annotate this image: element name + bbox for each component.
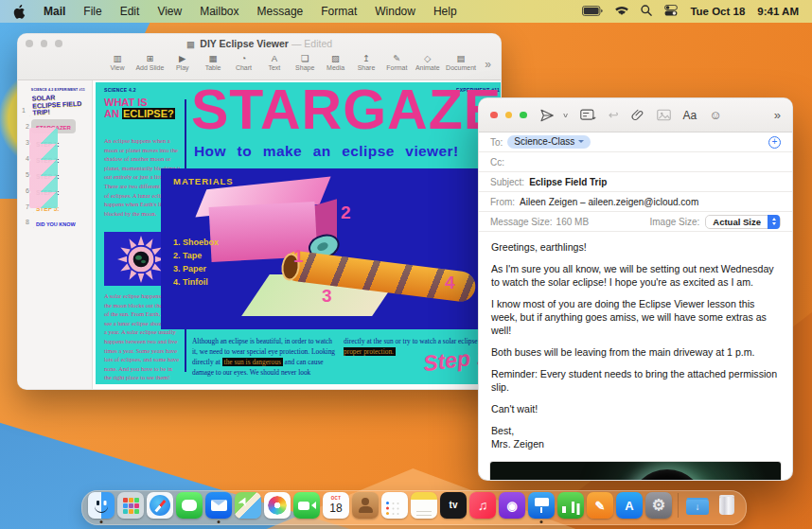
dock-app-icon[interactable] — [205, 492, 232, 519]
minimize-button[interactable] — [505, 112, 513, 119]
wifi-icon[interactable] — [615, 6, 628, 18]
eclipse-photo-attachment[interactable] — [490, 462, 781, 481]
dock-item[interactable]: ♫ — [468, 491, 497, 520]
dock-app-icon[interactable] — [411, 492, 437, 519]
dock-item[interactable] — [175, 491, 203, 520]
subject-field[interactable]: Subject: Eclipse Field Trip — [479, 172, 792, 192]
slide-canvas[interactable]: SCIENCE 4.2 EXPERIMENT #11 WHAT IS AN EC… — [93, 80, 501, 390]
to-field[interactable]: To: Science-Class + — [479, 132, 792, 152]
dock-item[interactable] — [556, 491, 585, 520]
close-button[interactable] — [490, 112, 498, 119]
spotlight-search-icon[interactable] — [641, 5, 652, 18]
toolbar-overflow-icon[interactable]: » — [774, 108, 781, 122]
dock-item[interactable] — [116, 491, 145, 520]
toolbar-button[interactable]: ▤ Document — [446, 54, 476, 71]
dock-item[interactable]: ✎ — [586, 491, 614, 520]
toolbar-button[interactable]: ▥ View — [105, 54, 130, 71]
dock-item[interactable] — [263, 491, 291, 520]
dock-app-icon[interactable]: tv — [440, 492, 467, 519]
header-fields-icon[interactable] — [580, 109, 596, 121]
dock-app-icon[interactable] — [117, 492, 144, 519]
dock-app-icon[interactable]: OCT 18 — [323, 492, 349, 519]
dock-item[interactable] — [527, 491, 556, 520]
apple-menu-icon[interactable] — [13, 5, 26, 19]
cc-field[interactable]: Cc: — [479, 152, 792, 172]
dock-app-icon[interactable]: A — [616, 492, 643, 519]
dock-item[interactable]: tv — [439, 491, 468, 520]
dock-item[interactable] — [674, 491, 682, 520]
reply-icon[interactable]: ↩ — [609, 108, 619, 122]
dock-item[interactable] — [146, 491, 174, 520]
from-field[interactable]: From: Aileen Zeigen – aileen.zeigen@iclo… — [479, 192, 792, 212]
dock-item[interactable] — [351, 491, 380, 520]
send-icon[interactable] — [539, 108, 555, 123]
zoom-button[interactable] — [520, 112, 527, 119]
menu-item[interactable]: Message — [257, 5, 304, 18]
dock-item[interactable] — [204, 491, 233, 520]
dock-item[interactable] — [410, 491, 438, 520]
dock-item[interactable]: A — [615, 491, 644, 520]
dock-app-icon[interactable] — [88, 492, 115, 519]
menu-item[interactable]: View — [157, 5, 182, 18]
text-format-icon[interactable]: Aa — [683, 109, 697, 122]
dock-item[interactable]: ↓ — [683, 491, 712, 520]
toolbar-overflow-icon[interactable]: » — [485, 54, 491, 71]
dock-item[interactable] — [292, 491, 321, 520]
send-options-chevron-icon[interactable]: ∨ — [561, 112, 568, 119]
image-size-select[interactable]: Actual Size — [705, 215, 781, 229]
dock-app-icon[interactable]: ✎ — [587, 492, 613, 519]
dock-app-icon[interactable]: ◉ — [499, 492, 525, 519]
menu-item[interactable]: Window — [375, 5, 415, 18]
slide-thumbnail[interactable]: DID YOU KNOW — [31, 216, 80, 229]
to-recipient-token[interactable]: Science-Class — [507, 135, 591, 149]
dock-app-icon[interactable] — [147, 492, 173, 519]
window-controls[interactable] — [490, 112, 527, 119]
toolbar-button[interactable]: ◇ Animate — [415, 54, 440, 71]
toolbar-button[interactable]: ▨ Media — [324, 54, 348, 71]
toolbar-button[interactable]: ✎ Format — [384, 54, 409, 71]
dock-app-icon[interactable]: ♫ — [469, 492, 496, 519]
dock-item[interactable]: ◉ — [498, 491, 526, 520]
attach-icon[interactable] — [631, 108, 644, 122]
slide-thumbnail[interactable]: SCIENCE 4.2 EXPERIMENT #11 SOLAR ECLIPSE… — [27, 84, 89, 117]
dock-app-icon[interactable] — [176, 492, 203, 519]
dock-item[interactable] — [87, 491, 115, 520]
dock-app-icon[interactable] — [264, 492, 291, 519]
dock-app-icon[interactable]: ↓ — [684, 492, 711, 519]
toolbar-button[interactable]: ⊞ Add Slide — [135, 54, 164, 71]
toolbar-button[interactable]: A Text — [262, 54, 287, 71]
menu-item[interactable]: Format — [321, 5, 357, 18]
stepper-icon[interactable] — [768, 215, 780, 229]
dock-app-icon[interactable] — [352, 492, 379, 519]
menubar-time[interactable]: 9:41 AM — [757, 6, 799, 17]
add-recipient-icon[interactable]: + — [768, 136, 781, 149]
dock-item[interactable]: ⚙ — [644, 491, 673, 520]
dock-app-icon[interactable] — [714, 492, 740, 519]
dock-app-icon[interactable] — [293, 492, 320, 519]
menu-item[interactable]: Edit — [120, 5, 140, 18]
toolbar-button[interactable]: ↥ Share — [354, 54, 379, 71]
slide-thumbnail[interactable]: STEP 5: — [31, 200, 63, 214]
dock-item[interactable] — [380, 491, 409, 520]
menubar-date[interactable]: Tue Oct 18 — [690, 6, 745, 17]
dock-app-icon[interactable] — [381, 492, 408, 519]
menu-item[interactable]: Help — [433, 5, 457, 18]
dock-item[interactable] — [234, 491, 262, 520]
menu-item[interactable]: Mailbox — [200, 5, 238, 18]
dock-app-icon[interactable]: ⚙ — [645, 492, 672, 519]
toolbar-button[interactable]: ◔ Chart — [231, 54, 256, 71]
control-center-icon[interactable] — [664, 5, 678, 18]
battery-icon[interactable] — [582, 6, 603, 18]
dock-app-icon[interactable] — [557, 492, 584, 519]
message-body[interactable]: Greetings, earthlings!As I'm sure you al… — [479, 232, 792, 462]
dock-item[interactable]: OCT 18 — [322, 491, 350, 520]
toolbar-button[interactable]: ▶ Play — [170, 54, 195, 71]
toolbar-button[interactable]: ▦ Table — [201, 54, 225, 71]
emoji-icon[interactable]: ☺ — [709, 108, 721, 122]
dock-app-icon[interactable] — [678, 493, 679, 518]
dock-item[interactable] — [713, 491, 741, 520]
insert-photo-icon[interactable] — [657, 109, 671, 121]
dock-app-icon[interactable] — [235, 492, 261, 519]
menu-item[interactable]: Mail — [44, 5, 65, 18]
toolbar-button[interactable]: ❏ Shape — [292, 54, 317, 71]
